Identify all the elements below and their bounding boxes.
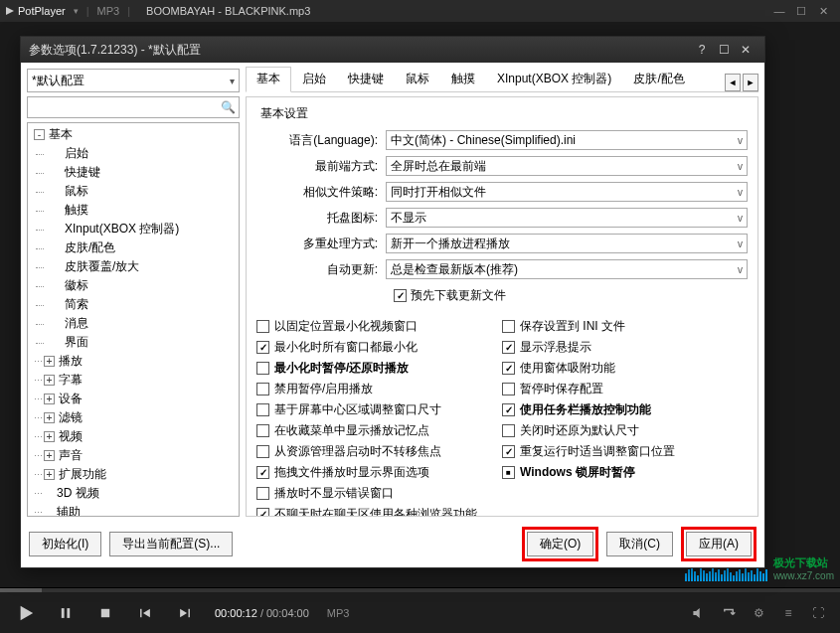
tree-item[interactable]: 简索 [48, 295, 237, 314]
checkbox-icon[interactable] [256, 424, 269, 437]
checkbox-icon[interactable] [502, 403, 515, 416]
check-item[interactable]: 禁用暂停/启用播放 [256, 379, 502, 399]
playlist-icon[interactable]: ≡ [776, 601, 800, 625]
tab-xinput[interactable]: XInput(XBOX 控制器) [486, 67, 622, 91]
search-input[interactable]: 🔍 [27, 96, 240, 118]
tree-item[interactable]: XInput(XBOX 控制器) [48, 220, 237, 238]
check-item[interactable]: 显示浮悬提示 [502, 337, 748, 358]
checkbox-icon[interactable] [256, 466, 269, 479]
dropdown[interactable]: 中文(简体) - Chinese(Simplified).ini v [386, 130, 748, 150]
check-item[interactable]: 保存设置到 INI 文件 [502, 316, 748, 337]
dialog-titlebar[interactable]: 参数选项(1.7.21233) - *默认配置 ? ☐ ✕ [21, 37, 764, 63]
check-item[interactable]: 从资源管理器启动时不转移焦点 [256, 441, 502, 462]
checkbox-icon[interactable] [502, 445, 515, 458]
tree-item[interactable]: 快捷键 [48, 163, 237, 182]
checkbox-icon[interactable] [394, 289, 407, 302]
tab-skin[interactable]: 皮肤/配色 [622, 67, 695, 91]
apply-button[interactable]: 应用(A) [686, 532, 752, 556]
check-item[interactable]: 关闭时还原为默认尺寸 [502, 420, 748, 441]
chevron-down-icon[interactable]: ▾ [74, 6, 79, 16]
stop-button[interactable] [89, 599, 121, 627]
check-item[interactable]: 使用任务栏播放控制功能 [502, 399, 748, 420]
settings-icon[interactable]: ⚙ [747, 601, 770, 625]
tree-item[interactable]: ⋯+滤镜 [30, 408, 237, 427]
checkbox-icon[interactable] [502, 383, 515, 396]
checkbox-icon[interactable] [256, 320, 269, 333]
tree-item[interactable]: ⋯3D 视频 [30, 484, 237, 503]
tree-item[interactable]: ⋯辅助 [30, 503, 237, 517]
export-button[interactable]: 导出当前配置(S)... [109, 532, 233, 556]
tab-mouse[interactable]: 鼠标 [395, 67, 440, 91]
ok-button[interactable]: 确定(O) [527, 532, 593, 556]
init-button[interactable]: 初始化(I) [29, 532, 101, 556]
checkbox-icon[interactable] [502, 424, 515, 437]
check-item[interactable]: Windows 锁屏时暂停 [502, 462, 748, 483]
tree-item[interactable]: ⋯+播放 [30, 352, 237, 371]
tab-scroll-left[interactable]: ◄ [725, 74, 741, 91]
tree-item[interactable]: ⋯+扩展功能 [30, 465, 237, 484]
maximize-button[interactable]: ☐ [790, 5, 812, 18]
play-button[interactable] [10, 599, 42, 627]
app-logo[interactable]: PotPlayer ▾ [6, 5, 79, 17]
tab-touch[interactable]: 触摸 [440, 67, 486, 91]
tree-item[interactable]: 启始 [48, 144, 237, 163]
checkbox-icon[interactable] [502, 362, 515, 375]
tree-item[interactable]: 消息 [48, 314, 237, 333]
check-prefetch-updates[interactable]: 预先下载更新文件 [394, 285, 506, 306]
check-item[interactable]: 使用窗体吸附功能 [502, 358, 748, 379]
tab-scroll-right[interactable]: ► [743, 74, 758, 91]
dropdown[interactable]: 不显示 v [386, 208, 748, 228]
tree-item[interactable]: 鼠标 [48, 182, 237, 201]
checkbox-icon[interactable] [256, 362, 269, 375]
check-item[interactable]: 最小化时暂停/还原时播放 [256, 358, 502, 379]
checkbox-icon[interactable] [256, 445, 269, 458]
checkbox-icon[interactable] [256, 487, 269, 500]
dropdown[interactable]: 总是检查最新版本(推荐) v [386, 259, 748, 279]
checkbox-icon[interactable] [256, 403, 269, 416]
search-field[interactable] [31, 100, 220, 114]
dropdown[interactable]: 全屏时总在最前端 v [386, 156, 748, 176]
check-item[interactable]: 在收藏菜单中显示播放记忆点 [256, 420, 502, 441]
dropdown[interactable]: 新开一个播放进程播放 v [386, 234, 748, 253]
tree-item[interactable]: 界面 [48, 333, 237, 352]
volume-icon[interactable] [687, 601, 711, 625]
check-item[interactable]: 以固定位置最小化视频窗口 [256, 316, 502, 337]
dialog-help-button[interactable]: ? [691, 43, 713, 57]
tree-item[interactable]: 皮肤覆盖/放大 [48, 257, 237, 276]
tab-shortcut[interactable]: 快捷键 [337, 67, 395, 91]
check-item[interactable]: 最小化时所有窗口都最小化 [256, 337, 502, 358]
config-select[interactable]: *默认配置 ▾ [27, 69, 240, 92]
checkbox-icon[interactable] [256, 383, 269, 396]
tab-startup[interactable]: 启始 [291, 67, 337, 91]
check-item[interactable]: 不聊天时在聊天区使用各种浏览器功能 [256, 504, 502, 517]
tree-item-root[interactable]: -基本 [30, 125, 237, 144]
check-item[interactable]: 基于屏幕中心区域调整窗口尺寸 [256, 399, 502, 420]
tree-item[interactable]: 触摸 [48, 201, 237, 220]
tree-item[interactable]: ⋯+字幕 [30, 371, 237, 390]
fullscreen-icon[interactable]: ⛶ [806, 601, 830, 625]
search-icon[interactable]: 🔍 [220, 100, 236, 114]
check-item[interactable]: 播放时不显示错误窗口 [256, 483, 502, 504]
tree-item[interactable]: ⋯+设备 [30, 390, 237, 408]
loop-icon[interactable] [717, 601, 741, 625]
dialog-restore-button[interactable]: ☐ [713, 43, 735, 57]
checkbox-icon[interactable] [256, 508, 269, 517]
category-tree[interactable]: -基本启始快捷键鼠标触摸XInput(XBOX 控制器)皮肤/配色皮肤覆盖/放大… [27, 122, 240, 517]
progress-bar[interactable] [0, 588, 840, 592]
checkbox-icon[interactable] [256, 341, 269, 354]
check-item[interactable]: 暂停时保存配置 [502, 379, 748, 399]
dialog-close-button[interactable]: ✕ [735, 43, 756, 57]
checkbox-icon[interactable] [502, 320, 515, 333]
minimize-button[interactable]: — [768, 5, 790, 17]
dropdown[interactable]: 同时打开相似文件 v [386, 182, 748, 202]
checkbox-icon[interactable] [502, 466, 515, 479]
close-button[interactable]: ✕ [812, 5, 834, 18]
tree-item[interactable]: ⋯+视频 [30, 427, 237, 446]
tree-item[interactable]: 徽标 [48, 276, 237, 295]
checkbox-icon[interactable] [502, 341, 515, 354]
tree-item[interactable]: ⋯+声音 [30, 446, 237, 465]
pause-button[interactable] [50, 599, 82, 627]
tree-item[interactable]: 皮肤/配色 [48, 238, 237, 257]
tab-basic[interactable]: 基本 [246, 67, 291, 92]
check-item[interactable]: 拖拽文件播放时显示界面选项 [256, 462, 502, 483]
